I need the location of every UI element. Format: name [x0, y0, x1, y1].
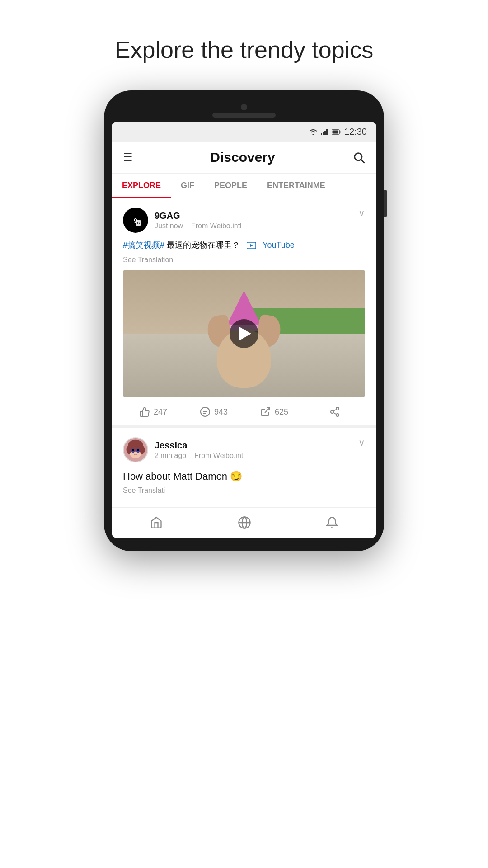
comment-action[interactable]: 943: [183, 406, 244, 417]
svg-rect-0: [321, 133, 322, 135]
page-heading-text: Explore the trendy topics: [115, 36, 373, 63]
phone-frame: 12:30 ☰ Discovery EXPLORE GIF PEOPLE ENT…: [104, 90, 384, 551]
thumbs-up-icon: [139, 406, 150, 417]
svg-rect-1: [323, 132, 324, 135]
svg-point-25: [127, 446, 131, 454]
phone-screen: 12:30 ☰ Discovery EXPLORE GIF PEOPLE ENT…: [112, 122, 376, 538]
svg-line-8: [361, 160, 364, 162]
see-translation-link-2[interactable]: See Translati: [123, 486, 365, 495]
phone-speaker: [212, 113, 276, 118]
phone-side-button: [384, 190, 387, 217]
svg-rect-6: [339, 131, 340, 133]
home-icon: [150, 516, 163, 529]
post-source-2: From Weibo.intl: [194, 452, 245, 459]
post-header-2: Jessica 2 min ago From Weibo.intl ∨: [123, 437, 365, 462]
hamburger-menu-icon[interactable]: ☰: [123, 151, 133, 164]
like-count: 247: [154, 407, 167, 417]
author-meta-2: 2 min ago From Weibo.intl: [155, 452, 245, 460]
svg-rect-3: [326, 129, 328, 135]
bottom-nav-explore[interactable]: [229, 514, 260, 531]
search-icon[interactable]: [352, 151, 365, 164]
repost-action[interactable]: 625: [244, 406, 305, 417]
see-translation-link[interactable]: See Translation: [123, 256, 365, 264]
bell-icon: [326, 516, 338, 529]
tab-explore[interactable]: EXPLORE: [112, 174, 171, 198]
author-name-2: Jessica: [155, 440, 245, 451]
comment-icon: [200, 406, 211, 417]
svg-line-20: [333, 413, 337, 415]
phone-notch: [112, 104, 376, 118]
app-title: Discovery: [210, 150, 275, 165]
status-icons: 12:30: [309, 127, 367, 137]
post-text: #搞笑视频# 最逗的宠物在哪里？ YouTube: [123, 239, 365, 251]
svg-line-21: [333, 410, 337, 411]
post-body-text: 最逗的宠物在哪里？: [167, 241, 240, 250]
explore-icon: [238, 516, 251, 529]
top-navigation: ☰ Discovery: [112, 142, 376, 174]
video-icon: [247, 242, 256, 249]
tab-people[interactable]: PEOPLE: [204, 174, 257, 198]
bottom-nav-home[interactable]: [141, 514, 172, 531]
tab-gif[interactable]: GIF: [171, 174, 204, 198]
avatar: 9 G: [123, 208, 148, 233]
share-icon: [329, 406, 340, 417]
bottom-navigation: [112, 507, 376, 538]
battery-icon: [332, 129, 341, 135]
svg-point-29: [132, 449, 134, 452]
play-triangle-icon: [239, 326, 251, 341]
post-card-2: Jessica 2 min ago From Weibo.intl ∨ How …: [112, 428, 376, 507]
status-time: 12:30: [344, 127, 367, 137]
post-time: Just now: [155, 222, 183, 230]
feed: 9 G 9GAG Just now From Weibo.intl: [112, 198, 376, 507]
author-details: 9GAG Just now From Weibo.intl: [155, 211, 242, 230]
signal-icon: [321, 129, 328, 135]
author-meta: Just now From Weibo.intl: [155, 222, 242, 230]
chevron-down-icon-2[interactable]: ∨: [358, 437, 365, 448]
svg-point-26: [140, 446, 145, 454]
wifi-icon: [309, 129, 317, 135]
avatar-jessica: [123, 437, 148, 462]
post-author-info: 9 G 9GAG Just now From Weibo.intl: [123, 208, 242, 233]
chevron-down-icon[interactable]: ∨: [358, 208, 365, 218]
svg-text:G: G: [137, 221, 140, 225]
like-action[interactable]: 247: [123, 406, 183, 417]
youtube-link[interactable]: YouTube: [263, 241, 295, 250]
post-source: From Weibo.intl: [191, 222, 242, 230]
phone-camera: [241, 104, 247, 110]
svg-point-19: [336, 414, 339, 416]
svg-rect-5: [332, 130, 338, 133]
tab-bar: EXPLORE GIF PEOPLE ENTERTAINME: [112, 174, 376, 198]
play-button[interactable]: [230, 319, 258, 348]
bottom-nav-notifications[interactable]: [317, 514, 347, 531]
hashtag-link[interactable]: #搞笑视频#: [123, 241, 164, 250]
post-actions: 247 943: [123, 399, 365, 425]
svg-marker-14: [250, 244, 253, 247]
tab-entertainment[interactable]: ENTERTAINME: [257, 174, 335, 198]
post-header: 9 G 9GAG Just now From Weibo.intl: [123, 208, 365, 233]
status-bar: 12:30: [112, 122, 376, 142]
author-name: 9GAG: [155, 211, 242, 221]
svg-point-17: [336, 407, 339, 410]
repost-count: 625: [275, 407, 288, 417]
svg-line-16: [265, 408, 270, 413]
share-action[interactable]: [305, 406, 365, 417]
svg-rect-2: [324, 131, 326, 135]
svg-point-30: [137, 449, 139, 452]
post-author-info-2: Jessica 2 min ago From Weibo.intl: [123, 437, 245, 462]
video-thumbnail[interactable]: [123, 270, 365, 397]
post-text-2: How about Matt Damon 😏: [123, 469, 365, 484]
repost-icon: [260, 406, 271, 417]
comment-count: 943: [214, 407, 228, 417]
post-card: 9 G 9GAG Just now From Weibo.intl: [112, 198, 376, 428]
post-time-2: 2 min ago: [155, 452, 186, 459]
svg-point-18: [331, 410, 333, 413]
author-details-2: Jessica 2 min ago From Weibo.intl: [155, 440, 245, 460]
